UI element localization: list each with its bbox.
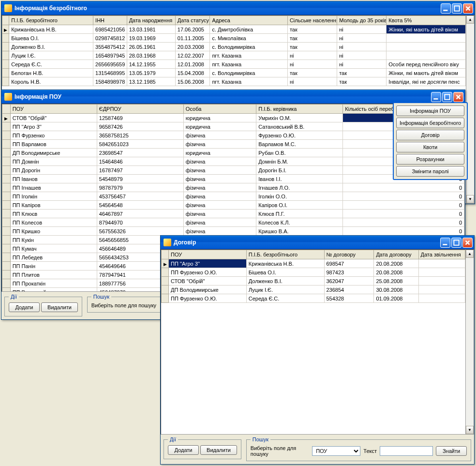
table-cell[interactable]: с. Дмитробілівка	[210, 25, 288, 34]
table-cell[interactable]: 236854	[324, 286, 374, 294]
table-cell[interactable]: ПП Фурзенко О.Ю.	[169, 268, 247, 277]
table-cell[interactable]: Інваліди, які не досягли пенс	[387, 77, 466, 86]
table-cell[interactable]: 13.03.1981	[127, 25, 175, 34]
table-cell[interactable]: так	[287, 25, 337, 34]
table-cell[interactable]: Бішева О.І.	[9, 34, 93, 43]
table-cell[interactable]: ні	[337, 60, 387, 69]
table-cell[interactable]: Жінки, які мають дітей віком	[387, 69, 466, 77]
table-row[interactable]: ДП ВолодимирськеЛуцик І.Є.23685430.08.20…	[162, 286, 465, 294]
table-cell[interactable]	[418, 294, 465, 303]
table-cell[interactable]: Луцик І.Є.	[9, 51, 93, 60]
table-cell[interactable]: пгт. Казанка	[210, 51, 288, 60]
table-cell[interactable]: ПП Колесов	[10, 218, 97, 227]
scroll-down-icon[interactable]: ▼	[466, 426, 474, 434]
vertical-scrollbar[interactable]: ▲ ▼	[466, 249, 474, 435]
maximize-button[interactable]	[452, 3, 462, 14]
add-button[interactable]: Додати	[168, 445, 199, 455]
delete-button[interactable]: Видалити	[200, 445, 237, 455]
table-row[interactable]: Середа Є.С.265669565914.12.195512.01.200…	[2, 60, 466, 69]
table-cell[interactable]: так	[337, 69, 387, 77]
table-cell[interactable]: ПП ''Агро 3''	[10, 122, 97, 131]
table-cell[interactable]: 12.02.2007	[175, 51, 210, 60]
table-cell[interactable]: 0	[343, 210, 464, 218]
table-cell[interactable]: 362047	[324, 277, 374, 286]
table-cell[interactable]: 20.08.2008	[374, 259, 418, 268]
column-header[interactable]: Дата народження	[127, 16, 175, 25]
table-cell[interactable]: 28.03.1968	[127, 51, 175, 60]
table-cell[interactable]: 1315468995	[93, 69, 127, 77]
table-cell[interactable]: так	[287, 43, 337, 51]
table-cell[interactable]: ПП Варламов	[10, 140, 97, 149]
table-cell[interactable]: 13.05.1979	[127, 69, 175, 77]
nav-calculations[interactable]: Розрахунки	[396, 154, 464, 165]
table-cell[interactable]: 5842651023	[97, 140, 183, 149]
table-cell[interactable]: 19.03.1969	[127, 34, 175, 43]
table-cell[interactable]: 17.06.2005	[175, 25, 210, 34]
table-cell[interactable]: 12587469	[97, 114, 183, 122]
table-cell[interactable]: ПП Кукін	[10, 236, 97, 244]
column-header[interactable]: П.І.Б. керівника	[256, 105, 343, 114]
table-row[interactable]: ПП Іголкін453756457фізичнаІголкін О.О.0	[2, 192, 464, 201]
nav-quotas[interactable]: Квоти	[396, 142, 464, 152]
search-field-select[interactable]: ПОУ	[312, 446, 360, 456]
table-cell[interactable]: Дорогін Б.І.	[256, 166, 343, 175]
table-cell[interactable]	[418, 277, 465, 286]
close-button[interactable]	[462, 238, 473, 248]
table-cell[interactable]: 0	[343, 201, 464, 210]
table-row[interactable]: ПП Клюєв46467897фізичнаКлюєв П.Г.0	[2, 210, 464, 218]
table-cell[interactable]: 3658758125	[97, 131, 183, 140]
table-cell[interactable]: с. Миколаївка	[210, 34, 288, 43]
table-cell[interactable]: Крижанівська Н.В.	[9, 25, 93, 34]
table-cell[interactable]: ПП Плитов	[10, 271, 97, 279]
table-cell[interactable]	[418, 259, 465, 268]
table-cell[interactable]: так	[287, 69, 337, 77]
titlebar[interactable]: Інформація ПОУ	[1, 90, 465, 104]
table-cell[interactable]: 0	[343, 183, 464, 192]
close-button[interactable]	[463, 3, 473, 14]
scroll-down-icon[interactable]: ▼	[466, 195, 474, 203]
table-cell[interactable]: 01.09.2008	[374, 294, 418, 303]
table-cell[interactable]: ПП Іголкін	[10, 192, 97, 201]
nav-contract[interactable]: Договір	[396, 130, 464, 140]
table-cell[interactable]: Крижанівська Н.В.	[246, 259, 324, 268]
nav-change-passwords[interactable]: Змінити паролі	[396, 166, 464, 177]
table-cell[interactable]: ПП Клюєв	[10, 210, 97, 218]
minimize-button[interactable]	[441, 3, 451, 14]
table-row[interactable]: ▶Крижанівська Н.В.698542105613.03.198117…	[2, 25, 466, 34]
table-cell[interactable]: 567556326	[97, 227, 183, 236]
column-header[interactable]: Дата статусу	[175, 16, 210, 25]
table-row[interactable]: Долженко В.І.355487541226.05.196120.03.2…	[2, 43, 466, 51]
table-cell[interactable]: Домнін Б.М.	[256, 157, 343, 166]
table-cell[interactable]: ні	[287, 77, 337, 86]
table-cell[interactable]: фізична	[183, 166, 256, 175]
table-cell[interactable]: Кришко В.А.	[256, 227, 343, 236]
table-cell[interactable]: ні	[287, 60, 337, 69]
table-cell[interactable]: Середа Є.С.	[246, 294, 324, 303]
table-row[interactable]: СТОВ ''Обрій''Долженко В.І.36204725.08.2…	[162, 277, 465, 286]
table-cell[interactable]: Умрихін О.М.	[256, 114, 343, 122]
table-cell[interactable]: СТОВ ''Обрій''	[10, 114, 97, 122]
table-cell[interactable]: Белоган Н.В.	[9, 69, 93, 77]
table-cell[interactable]: 12.01.2008	[175, 60, 210, 69]
table-cell[interactable]: 20.08.2008	[374, 268, 418, 277]
maximize-button[interactable]	[442, 92, 452, 102]
table-cell[interactable]: фізична	[183, 183, 256, 192]
table-cell[interactable]: Ігнашев Л.О.	[256, 183, 343, 192]
table-row[interactable]: ▶ПП ''Агро 3''Крижанівська Н.В.69854720.…	[162, 259, 465, 268]
table-cell[interactable]: фізична	[183, 175, 256, 183]
table-cell[interactable]: Рубан О.В.	[256, 149, 343, 157]
table-cell[interactable]	[387, 34, 466, 43]
find-button[interactable]: Знайти	[436, 446, 467, 456]
table-cell[interactable]: 46467897	[97, 210, 183, 218]
table-cell[interactable]: 14.12.1955	[127, 60, 175, 69]
minimize-button[interactable]	[431, 92, 441, 102]
table-cell[interactable]	[418, 268, 465, 277]
table-cell[interactable]: ПП Іванов	[10, 175, 97, 183]
table-row[interactable]: ПП Кришко567556326фізичнаКришко В.А.0	[2, 227, 464, 236]
column-header[interactable]: П.І.Б. безробітнього	[246, 250, 324, 259]
table-cell[interactable]: пгт. Казанка	[210, 60, 288, 69]
table-cell[interactable]: 698547	[324, 259, 374, 268]
table-cell[interactable]: юридична	[183, 149, 256, 157]
table-cell[interactable]: ні	[337, 25, 387, 34]
table-cell[interactable]: Іванов І.І.	[256, 175, 343, 183]
